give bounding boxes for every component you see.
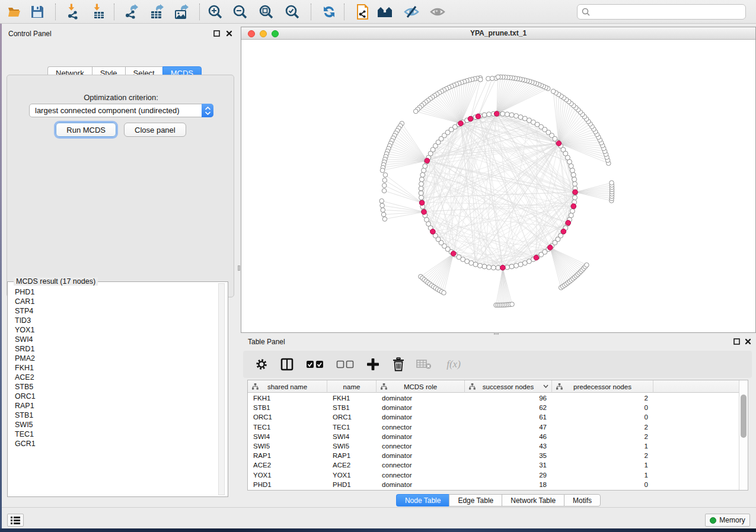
zoom-selected-icon[interactable] (283, 2, 302, 21)
table-row[interactable]: ORC1ORC1dominator610 (248, 412, 739, 422)
search-box (577, 4, 746, 20)
mcds-result-item[interactable]: SWI4 (15, 335, 210, 344)
tab-network-table[interactable]: Network Table (502, 494, 564, 507)
mcds-result-item[interactable]: STB1 (15, 411, 210, 420)
zoom-in-icon[interactable] (206, 2, 225, 21)
mcds-result-list: PHD1CAR1STP4TID3YOX1SWI4SRD1PMA2FKH1ACE2… (15, 287, 210, 448)
memory-button[interactable]: Memory (705, 514, 750, 527)
import-table-icon[interactable] (89, 2, 108, 21)
mcds-result-box: MCDS result (17 nodes) PHD1CAR1STP4TID3Y… (7, 281, 228, 497)
open-folder-icon[interactable] (5, 2, 24, 21)
mcds-result-item[interactable]: TID3 (15, 316, 210, 325)
table-row[interactable]: SWI4SWI4dominator462 (248, 432, 739, 441)
network-graph[interactable] (241, 40, 755, 332)
float-table-panel-icon[interactable] (732, 337, 741, 345)
zoom-fit-icon[interactable] (257, 2, 276, 21)
run-mcds-button[interactable]: Run MCDS (56, 123, 116, 137)
table-cell: 29 (465, 472, 552, 479)
delete-column-icon[interactable] (391, 357, 406, 372)
table-row[interactable]: TEC1TEC1connector472 (248, 422, 739, 432)
add-column-icon[interactable] (365, 357, 381, 372)
mcds-result-item[interactable]: TEC1 (15, 430, 210, 439)
delete-table-icon[interactable] (416, 357, 432, 372)
table-row[interactable]: STB1STB1dominator620 (248, 403, 739, 412)
new-network-from-selection-icon[interactable] (353, 2, 372, 21)
mcds-result-item[interactable]: FKH1 (15, 363, 210, 373)
table-cell: 46 (465, 433, 552, 440)
close-panel-button[interactable]: Close panel (124, 123, 186, 137)
refresh-layout-icon[interactable] (320, 2, 339, 21)
mcds-result-item[interactable]: YOX1 (15, 325, 210, 335)
mcds-result-item[interactable]: STP4 (15, 306, 210, 316)
export-table-icon[interactable] (147, 2, 166, 21)
deselect-all-checkboxes-icon[interactable] (335, 357, 355, 372)
column-header-MCDS-role[interactable]: MCDS role (377, 380, 465, 393)
mcds-result-item[interactable]: SWI5 (15, 420, 210, 430)
table-scrollbar[interactable] (739, 380, 748, 490)
table-row[interactable]: RAP1RAP1dominator352 (248, 451, 739, 460)
optimization-criterion-dropdown[interactable]: largest connected component (undirected) (29, 104, 213, 117)
mcds-result-item[interactable]: PHD1 (15, 287, 210, 297)
main-toolbar (0, 0, 756, 24)
mcds-result-item[interactable]: STB5 (15, 382, 210, 392)
column-header-predecessor-nodes[interactable]: predecessor nodes (552, 380, 653, 393)
table-panel: Table Panel f(x) (241, 335, 756, 507)
column-header-shared-name[interactable]: shared name (248, 380, 327, 393)
show-graphics-details-icon[interactable] (428, 2, 447, 21)
table-cell: 62 (465, 404, 552, 411)
column-visibility-icon[interactable] (279, 357, 295, 372)
float-panel-icon[interactable] (212, 29, 221, 37)
column-header-successor-nodes[interactable]: successor nodes (465, 380, 552, 393)
search-input[interactable] (591, 6, 745, 18)
table-row[interactable]: FKH1FKH1dominator962 (248, 393, 739, 403)
save-session-icon[interactable] (28, 2, 47, 21)
table-cell: 0 (552, 414, 653, 421)
mcds-result-item[interactable]: GCR1 (15, 439, 210, 448)
table-row[interactable]: SWI5SWI5connector431 (248, 441, 739, 451)
mcds-result-item[interactable]: PMA2 (15, 354, 210, 363)
mcds-result-item[interactable]: RAP1 (15, 401, 210, 411)
table-cell: dominator (377, 404, 465, 411)
table-cell: connector (377, 424, 465, 431)
close-table-panel-icon[interactable] (744, 337, 752, 345)
table-header: shared namenameMCDS rolesuccessor nodesp… (248, 380, 739, 393)
table-cell: SWI4 (248, 433, 327, 440)
zoom-out-icon[interactable] (231, 2, 250, 21)
table-row[interactable]: ACE2ACE2connector311 (248, 460, 739, 470)
column-header-name[interactable]: name (327, 380, 377, 393)
table-cell: 61 (465, 414, 552, 421)
divider-grip[interactable] (238, 265, 240, 271)
export-image-icon[interactable] (172, 2, 191, 21)
table-cell: YOX1 (327, 472, 377, 479)
task-history-button[interactable] (7, 514, 24, 527)
settings-gear-icon[interactable] (254, 357, 269, 372)
table-scrollbar-thumb[interactable] (741, 395, 747, 438)
hide-graphics-details-icon[interactable] (402, 2, 421, 21)
table-cell: 0 (552, 481, 653, 488)
network-canvas[interactable] (241, 40, 755, 332)
table-cell: dominator (377, 414, 465, 421)
tab-node-table[interactable]: Node Table (396, 494, 449, 507)
network-window-titlebar: YPA_prune.txt_1 (241, 27, 755, 40)
mcds-result-item[interactable]: CAR1 (15, 297, 210, 306)
function-builder-icon[interactable]: f(x) (442, 357, 465, 372)
mcds-result-item[interactable]: ORC1 (15, 392, 210, 401)
tab-edge-table[interactable]: Edge Table (449, 494, 502, 507)
toolbar-separator (311, 4, 311, 20)
select-all-checkboxes-icon[interactable] (305, 357, 325, 372)
table-cell: ACE2 (327, 462, 377, 469)
export-network-icon[interactable] (122, 2, 141, 21)
mcds-result-item[interactable]: SRD1 (15, 344, 210, 354)
table-cell: 18 (465, 481, 552, 488)
table-row[interactable]: YOX1YOX1connector291 (248, 470, 739, 480)
mcds-list-scrollbar[interactable] (218, 283, 225, 495)
close-panel-icon[interactable] (225, 29, 233, 37)
network-overview-icon[interactable] (376, 2, 395, 21)
table-tabs: Node TableEdge TableNetwork TableMotifs (241, 494, 756, 507)
table-row[interactable]: PHD1PHD1dominator180 (248, 480, 739, 489)
mcds-result-item[interactable]: ACE2 (15, 373, 210, 382)
table-cell: 31 (465, 462, 552, 469)
tab-motifs[interactable]: Motifs (564, 494, 601, 507)
table-cell: SWI4 (327, 433, 377, 440)
import-network-icon[interactable] (64, 2, 83, 21)
